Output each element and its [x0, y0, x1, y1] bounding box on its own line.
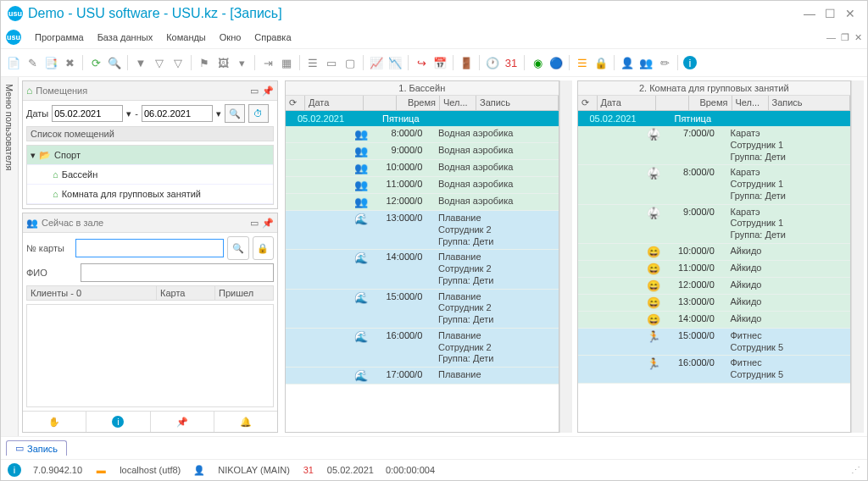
- tool-export-icon[interactable]: ⇥: [260, 55, 275, 70]
- col-date[interactable]: Дата: [305, 96, 364, 110]
- tool-info-icon[interactable]: i: [683, 56, 697, 69]
- panel-dock-icon[interactable]: ▭: [250, 86, 259, 97]
- tool-user-icon[interactable]: 👤: [620, 55, 635, 70]
- tool-filter2-icon[interactable]: ▽: [152, 55, 167, 70]
- mdi-restore-icon[interactable]: ❐: [841, 32, 849, 43]
- close-button[interactable]: ✕: [840, 3, 860, 24]
- app-logo-icon[interactable]: usu: [6, 30, 21, 45]
- tool-calendar-icon[interactable]: 📅: [432, 55, 448, 70]
- tool-flag-icon[interactable]: ⚑: [197, 55, 212, 70]
- date-from-dd-icon[interactable]: ▾: [126, 108, 131, 119]
- card-search-button[interactable]: 🔍: [227, 236, 248, 260]
- menu-commands[interactable]: Команды: [159, 30, 213, 44]
- tool-lock-icon[interactable]: 🔒: [593, 55, 609, 70]
- schedule-row[interactable]: 🌊 17:00 0/0 Плавание: [286, 368, 559, 384]
- schedule-row[interactable]: 👥 11:00 0/0 Водная аэробика: [286, 177, 559, 194]
- col-record[interactable]: Запись: [769, 96, 851, 110]
- tool-refresh-icon[interactable]: ⟳: [88, 55, 103, 70]
- schedule-row[interactable]: 😄 11:00 0/0 Айкидо: [578, 261, 851, 278]
- user-menu-tab[interactable]: Меню пользователя: [1, 77, 19, 436]
- day-header[interactable]: 05.02.2021 Пятница: [578, 111, 851, 126]
- date-search-button[interactable]: 🔍: [225, 104, 245, 123]
- tool-exit-icon[interactable]: ↪: [414, 55, 429, 70]
- schedule-row[interactable]: 👥 12:00 0/0 Водная аэробика: [286, 194, 559, 211]
- fio-input[interactable]: [81, 263, 274, 282]
- schedule-row[interactable]: 😄 10:00 0/0 Айкидо: [578, 244, 851, 261]
- tool-new-icon[interactable]: 📄: [6, 55, 21, 70]
- btn-bell[interactable]: 🔔: [214, 412, 277, 432]
- panel-pin-icon[interactable]: 📌: [262, 86, 274, 97]
- refresh-icon[interactable]: ⟳: [578, 96, 598, 110]
- tool-image-icon[interactable]: 🖼: [215, 55, 231, 70]
- btn-pin[interactable]: 📌: [151, 412, 214, 432]
- menu-window[interactable]: Окно: [213, 30, 248, 44]
- mdi-minimize-icon[interactable]: —: [826, 32, 836, 43]
- panel-pin-icon[interactable]: 📌: [262, 218, 274, 229]
- refresh-icon[interactable]: ⟳: [286, 96, 305, 110]
- btn-info[interactable]: i: [86, 412, 150, 432]
- tool-users-icon[interactable]: 👥: [638, 55, 654, 70]
- schedule-row[interactable]: 🏃 15:00 0/0 ФитнесСотрудник 5: [578, 329, 851, 357]
- scrollbar[interactable]: [851, 80, 864, 433]
- tool-rss-icon[interactable]: ☰: [575, 55, 590, 70]
- tool-dropdown-icon[interactable]: ▾: [234, 55, 249, 70]
- schedule-row[interactable]: 😄 14:00 0/0 Айкидо: [578, 312, 851, 329]
- schedule-row[interactable]: 🏃 16:00 0/0 ФитнесСотрудник 5: [578, 356, 851, 384]
- tree-item-pool[interactable]: ⌂ Бассейн: [27, 165, 273, 185]
- col-people[interactable]: Чел...: [440, 96, 476, 110]
- tool-window-icon[interactable]: ▢: [342, 55, 358, 70]
- date-to-input[interactable]: [142, 105, 213, 122]
- schedule-row[interactable]: 😄 12:00 0/0 Айкидо: [578, 278, 851, 295]
- schedule-row[interactable]: 🌊 15:00 0/0 ПлаваниеСотрудник 2Группа: Д…: [286, 290, 559, 329]
- schedule-rows[interactable]: 🥋 7:00 0/0 КаратэСотрудник 1Группа: Дети…: [578, 126, 851, 432]
- schedule-row[interactable]: 😄 13:00 0/0 Айкидо: [578, 295, 851, 312]
- col-date[interactable]: Дата: [598, 96, 656, 110]
- tool-color-icon[interactable]: 🔵: [548, 55, 564, 70]
- panel-dock-icon[interactable]: ▭: [250, 218, 259, 229]
- menu-program[interactable]: Программа: [28, 30, 91, 44]
- tool-clock-icon[interactable]: 🕐: [485, 55, 500, 70]
- tool-edit-icon[interactable]: ✎: [25, 55, 40, 70]
- tool-door-icon[interactable]: 🚪: [459, 55, 474, 70]
- tree-root[interactable]: ▾ 📂 Спорт: [27, 146, 273, 165]
- tool-cascade-icon[interactable]: ☰: [305, 55, 320, 70]
- minimize-button[interactable]: —: [799, 3, 820, 24]
- mdi-close-icon[interactable]: ✕: [854, 32, 862, 43]
- day-header[interactable]: 05.02.2021 Пятница: [286, 111, 559, 126]
- tool-delete-icon[interactable]: ✖: [62, 55, 77, 70]
- col-time[interactable]: Время: [689, 96, 732, 110]
- card-input[interactable]: [75, 239, 224, 257]
- menu-database[interactable]: База данных: [91, 30, 160, 44]
- scrollbar[interactable]: [559, 80, 572, 433]
- tool-tile-icon[interactable]: ▭: [324, 55, 339, 70]
- col-time[interactable]: Время: [397, 96, 440, 110]
- schedule-row[interactable]: 🥋 8:00 0/0 КаратэСотрудник 1Группа: Дети: [578, 165, 851, 204]
- tab-record[interactable]: ▭ Запись: [6, 440, 67, 456]
- resize-grip-icon[interactable]: ⋰: [851, 465, 860, 476]
- tool-filter-icon[interactable]: ▼: [133, 55, 148, 70]
- maximize-button[interactable]: ☐: [820, 3, 840, 24]
- schedule-row[interactable]: 🌊 13:00 0/0 ПлаваниеСотрудник 2Группа: Д…: [286, 211, 559, 250]
- date-now-button[interactable]: ⏱: [248, 104, 269, 123]
- date-to-dd-icon[interactable]: ▾: [216, 108, 221, 119]
- schedule-row[interactable]: 🌊 16:00 0/0 ПлаваниеСотрудник 2Группа: Д…: [286, 329, 559, 368]
- clients-grid[interactable]: [26, 304, 274, 407]
- menu-help[interactable]: Справка: [248, 30, 298, 44]
- schedule-rows[interactable]: 👥 8:00 0/0 Водная аэробика 👥 9:00 0/0 Во…: [286, 126, 559, 432]
- col-record[interactable]: Запись: [476, 96, 559, 110]
- tree-item-group-room[interactable]: ⌂ Комната для групповых занятий: [27, 185, 273, 204]
- tool-copy-icon[interactable]: 📑: [43, 55, 58, 70]
- btn-hand[interactable]: ✋: [23, 412, 86, 432]
- schedule-row[interactable]: 🥋 9:00 0/0 КаратэСотрудник 1Группа: Дети: [578, 205, 851, 244]
- schedule-row[interactable]: 👥 10:00 0/0 Водная аэробика: [286, 160, 559, 177]
- tool-grid-icon[interactable]: ▦: [279, 55, 294, 70]
- tool-report-icon[interactable]: 📈: [369, 55, 384, 70]
- schedule-row[interactable]: 👥 9:00 0/0 Водная аэробика: [286, 143, 559, 160]
- expand-icon[interactable]: ▾: [31, 150, 36, 161]
- schedule-row[interactable]: 👥 8:00 0/0 Водная аэробика: [286, 126, 559, 143]
- tool-pencil-icon[interactable]: ✏: [657, 55, 672, 70]
- tool-report2-icon[interactable]: 📉: [387, 55, 403, 70]
- tool-search-icon[interactable]: 🔍: [107, 55, 122, 70]
- card-lock-button[interactable]: 🔒: [253, 236, 274, 260]
- date-from-input[interactable]: [52, 105, 123, 122]
